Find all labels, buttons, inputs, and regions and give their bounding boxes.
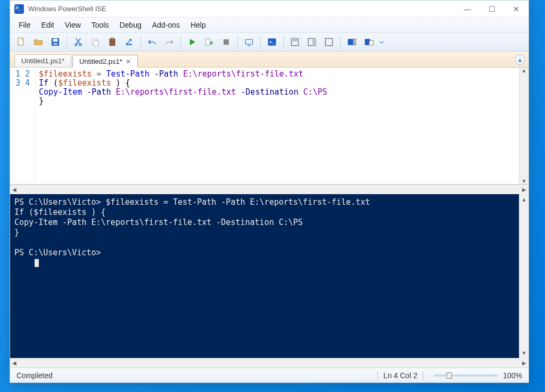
menu-addons[interactable]: Add-ons	[147, 19, 185, 31]
toolbar-separator	[260, 36, 261, 48]
run-selection-icon[interactable]	[201, 35, 217, 49]
horizontal-scrollbar[interactable]: ◀▶	[10, 185, 529, 194]
status-bar: Completed Ln 4 Col 2 100%	[10, 368, 529, 382]
vertical-scrollbar[interactable]: ▲▼	[519, 68, 529, 184]
toolbar-separator	[180, 36, 181, 48]
zoom-thumb[interactable]	[447, 372, 452, 379]
clear-console-icon[interactable]	[121, 35, 137, 49]
line-number-gutter: 1 2 3 4	[10, 68, 36, 184]
cursor-position: Ln 4 Col 2	[383, 371, 417, 380]
svg-rect-19	[312, 38, 316, 45]
app-icon	[14, 4, 24, 14]
menu-bar: File Edit View Tools Debug Add-ons Help	[10, 18, 529, 32]
script-tab[interactable]: Untitled1.ps1*	[14, 54, 71, 67]
svg-rect-21	[348, 39, 353, 45]
show-script-right-icon[interactable]	[304, 35, 320, 49]
stop-icon[interactable]	[218, 35, 234, 49]
toolbar: >_	[10, 32, 529, 52]
svg-rect-13	[245, 39, 252, 44]
cut-icon[interactable]	[70, 35, 86, 49]
show-command-window-icon[interactable]	[361, 35, 377, 49]
svg-rect-9	[111, 38, 114, 40]
menu-edit[interactable]: Edit	[36, 19, 60, 31]
tab-strip: Untitled1.ps1* Untitled2.ps1* ✕ ▲	[10, 52, 529, 68]
toolbar-separator	[283, 36, 284, 48]
svg-rect-10	[126, 44, 132, 45]
collapse-script-pane-icon[interactable]: ▲	[515, 54, 525, 65]
window-controls: — ☐ ✕	[455, 1, 529, 17]
console-pane[interactable]: PS C:\Users\Victo> $fileexists = Test-Pa…	[10, 194, 529, 358]
menu-view[interactable]: View	[60, 19, 86, 31]
menu-file[interactable]: File	[13, 19, 36, 31]
redo-icon[interactable]	[161, 35, 177, 49]
show-command-addon-icon[interactable]	[344, 35, 360, 49]
show-script-max-icon[interactable]	[321, 35, 337, 49]
zoom-level: 100%	[503, 371, 522, 380]
window-title: Windows PowerShell ISE	[28, 5, 455, 13]
tab-close-icon[interactable]: ✕	[126, 58, 131, 65]
svg-rect-0	[18, 38, 23, 45]
script-editor[interactable]: $fileexists = Test-Path -Path E:\reports…	[36, 68, 519, 184]
start-powershell-icon[interactable]: >_	[264, 35, 280, 49]
toolbar-separator	[340, 36, 341, 48]
svg-rect-2	[53, 39, 57, 41]
show-script-top-icon[interactable]	[287, 35, 303, 49]
vertical-scrollbar[interactable]: ▲▼	[519, 194, 529, 358]
zoom-slider[interactable]	[434, 374, 498, 377]
script-tab[interactable]: Untitled2.ps1* ✕	[72, 55, 138, 68]
open-file-icon[interactable]	[30, 35, 46, 49]
script-pane: 1 2 3 4 $fileexists = Test-Path -Path E:…	[10, 68, 529, 185]
toolbar-separator	[67, 36, 67, 48]
paste-icon[interactable]	[104, 35, 120, 49]
minimize-button[interactable]: —	[455, 1, 480, 17]
title-bar: Windows PowerShell ISE — ☐ ✕	[10, 1, 529, 18]
ise-window: Windows PowerShell ISE — ☐ ✕ File Edit V…	[10, 0, 529, 383]
undo-icon[interactable]	[144, 35, 160, 49]
svg-rect-24	[369, 41, 374, 45]
toolbar-overflow-icon[interactable]	[378, 35, 385, 49]
tab-label: Untitled1.ps1*	[21, 57, 64, 65]
run-script-icon[interactable]	[184, 35, 200, 49]
status-separator	[423, 371, 423, 380]
svg-rect-17	[291, 38, 298, 41]
svg-rect-7	[94, 41, 98, 46]
close-button[interactable]: ✕	[504, 1, 529, 17]
maximize-button[interactable]: ☐	[480, 1, 504, 17]
svg-rect-3	[54, 43, 57, 45]
copy-icon[interactable]	[87, 35, 103, 49]
svg-rect-11	[205, 39, 210, 45]
svg-rect-20	[325, 38, 332, 45]
status-message: Completed	[16, 371, 372, 380]
toolbar-separator	[237, 36, 238, 48]
new-file-icon[interactable]	[13, 35, 29, 49]
tab-label: Untitled2.ps1*	[79, 57, 122, 65]
svg-text:>_: >_	[269, 39, 275, 45]
horizontal-scrollbar[interactable]: ◀▶	[10, 358, 529, 368]
toolbar-separator	[141, 36, 141, 48]
status-separator	[377, 371, 378, 380]
menu-debug[interactable]: Debug	[114, 19, 146, 31]
save-icon[interactable]	[47, 35, 63, 49]
new-remote-tab-icon[interactable]	[241, 35, 257, 49]
menu-tools[interactable]: Tools	[86, 19, 114, 31]
svg-rect-22	[353, 39, 356, 45]
console-cursor	[35, 259, 39, 267]
svg-rect-12	[224, 39, 229, 45]
menu-help[interactable]: Help	[185, 19, 211, 31]
